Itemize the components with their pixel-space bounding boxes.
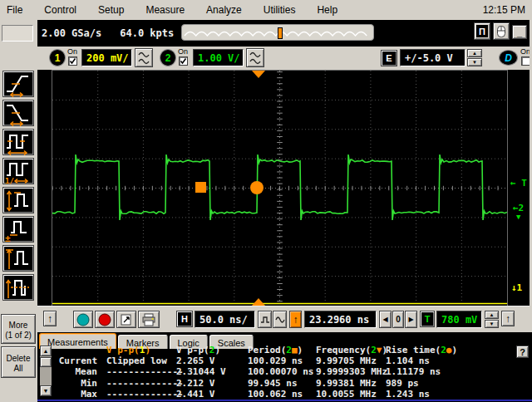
menu-file[interactable]: File	[7, 1, 33, 19]
preview-waveform	[185, 32, 367, 37]
print-button[interactable]	[138, 311, 160, 328]
channel2-scale-display[interactable]: 1.00 V/	[193, 49, 244, 66]
fall-time-icon	[4, 101, 32, 126]
table-row: Current Clipped low 2.265 V 100.029 ns 9…	[52, 355, 451, 366]
external-trigger-button[interactable]: E	[381, 50, 397, 66]
measure-v-avg-button[interactable]	[2, 274, 34, 301]
channel1-on-checkbox[interactable]	[68, 56, 77, 66]
channel2-button[interactable]: 2	[160, 49, 176, 66]
measure-period-button[interactable]	[2, 129, 34, 155]
marker-b-circle[interactable]	[250, 181, 264, 194]
expand-up-right-button[interactable]: ↑	[501, 311, 515, 326]
table-row: Mean -------------- 2.31044 V 100.00070 …	[52, 366, 451, 377]
help-button[interactable]: ?	[516, 346, 529, 358]
graticule-area[interactable]	[52, 70, 508, 306]
scroll-down-button[interactable]: ▼	[40, 385, 52, 396]
channel2-on-toggle[interactable]: On	[178, 48, 188, 66]
position-left-button[interactable]: ◀	[379, 311, 392, 328]
clear-display-icon	[120, 313, 133, 326]
horizontal-position-display[interactable]: 23.2960 ns	[304, 311, 377, 328]
scroll-up-button[interactable]: ▲	[40, 346, 52, 356]
external-range-display[interactable]: +/-5.0 V	[400, 49, 466, 66]
external-range-up-button[interactable]: ▲	[467, 49, 482, 57]
scroll-thumb[interactable]	[40, 357, 52, 367]
menu-analyze[interactable]: Analyze	[195, 1, 253, 19]
external-range-down-button[interactable]: ▼	[467, 58, 482, 66]
minimize-button[interactable]: _	[512, 25, 527, 39]
horizontal-button[interactable]: H	[176, 311, 193, 327]
trigger-level-up-button[interactable]: ▲	[485, 311, 499, 319]
menu-setup[interactable]: Setup	[87, 1, 135, 19]
control-bar: ↑ H 50.0 ns/ ↑ 23.2960 ns ◀ 0	[37, 306, 532, 332]
pulse-icon: Π	[476, 25, 488, 37]
stop-button[interactable]	[95, 311, 115, 328]
svg-text:1/: 1/	[5, 177, 14, 184]
more-measurements-button[interactable]: More(1 of 2)	[1, 314, 36, 344]
horizontal-scale-display[interactable]: 50.0 ns/	[195, 311, 255, 328]
digital-on-checkbox[interactable]	[521, 56, 530, 66]
trigger-level-display[interactable]: 780 mV	[436, 311, 482, 328]
digital-channels-button[interactable]: D	[499, 50, 518, 66]
table-row: Max -------------- 2.441 V 100.062 ns 10…	[52, 389, 451, 400]
channel1-on-toggle[interactable]: On	[67, 48, 77, 66]
measurements-scrollbar[interactable]: ▲ ▼	[40, 346, 52, 396]
trigger-time-marker-bottom[interactable]	[252, 298, 265, 306]
acquisition-status: 2.00 GSa/s 64.0 kpts	[42, 27, 174, 39]
ch1-offset-marker[interactable]: ↓1	[511, 284, 522, 292]
status-row: 2.00 GSa/s 64.0 kpts Π _	[0, 20, 532, 47]
svg-text:±: ±	[5, 233, 11, 243]
period-icon	[4, 130, 32, 155]
marker-a-square[interactable]	[195, 182, 206, 193]
horizontal-zoom-button[interactable]	[258, 311, 272, 328]
pulse-small-icon	[260, 315, 270, 325]
preview-position-marker[interactable]	[278, 27, 283, 39]
channel2-on-checkbox[interactable]	[179, 56, 188, 66]
pulse-mode-button[interactable]: Π	[474, 22, 490, 40]
trigger-button[interactable]: T	[420, 311, 435, 327]
menu-utilities[interactable]: Utilities	[253, 1, 307, 19]
channel1-coupling-button[interactable]	[135, 48, 153, 67]
delete-all-button[interactable]: DeleteAll	[1, 346, 36, 378]
run-icon	[76, 313, 90, 326]
ch2-ground-marker[interactable]: ←2 ▼	[513, 204, 524, 221]
col-period: Period(2■)	[244, 345, 312, 355]
horizontal-mode-button[interactable]	[273, 311, 287, 328]
clear-display-button[interactable]	[116, 311, 136, 328]
run-button[interactable]	[73, 311, 93, 328]
channel1-button[interactable]: 1	[49, 49, 66, 66]
v-min-icon: ±	[4, 218, 32, 243]
expand-up-left-button[interactable]: ↑	[43, 311, 57, 326]
trigger-position-button[interactable]: ↑	[289, 311, 302, 328]
v-max-icon	[4, 247, 32, 272]
trigger-level-marker[interactable]: ← T	[510, 179, 527, 188]
rise-time-icon	[4, 72, 32, 97]
measure-sidebar: 1/ ±	[0, 70, 37, 402]
v-avg-icon	[4, 276, 32, 301]
panel-bottom-edge	[37, 400, 532, 401]
menu-measure[interactable]: Measure	[135, 1, 195, 19]
channel2-coupling-button[interactable]	[246, 48, 264, 67]
mouse-icon	[495, 25, 507, 38]
trigger-level-down-button[interactable]: ▼	[485, 320, 499, 328]
col-rise-time: Rise time(2●)	[382, 345, 451, 355]
measure-frequency-button[interactable]: 1/	[2, 158, 34, 184]
position-right-button[interactable]: ▶	[405, 311, 417, 328]
printer-icon	[141, 313, 156, 326]
menu-help[interactable]: Help	[306, 1, 348, 19]
channel1-scale-display[interactable]: 200 mV/	[81, 49, 132, 66]
measure-rise-time-button[interactable]	[2, 71, 34, 97]
measure-v-max-button[interactable]	[2, 245, 34, 272]
trigger-time-marker-top[interactable]	[252, 71, 265, 78]
coupling-icon	[249, 51, 262, 66]
minimize-icon: _	[517, 27, 522, 37]
position-zero-button[interactable]: 0	[392, 311, 404, 328]
channel-controls-row: 1 On 200 mV/ 2 On 1.00 V/	[0, 47, 532, 70]
measure-v-pp-button[interactable]	[2, 187, 34, 213]
menu-control[interactable]: Control	[33, 1, 87, 19]
measure-v-min-button[interactable]: ±	[2, 216, 34, 243]
measure-fall-time-button[interactable]	[2, 100, 34, 126]
acquisition-preview-bar[interactable]	[181, 24, 374, 41]
status-left-panel	[0, 20, 37, 47]
waveform-display: ← T ←2 ▼ ↓1	[37, 70, 532, 306]
mouse-pointer-button[interactable]	[493, 22, 510, 40]
